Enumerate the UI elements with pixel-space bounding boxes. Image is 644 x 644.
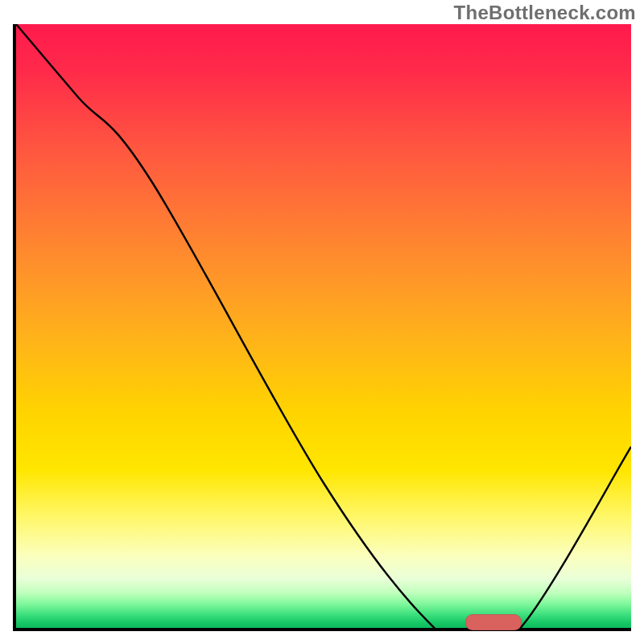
plot-frame [13, 24, 631, 631]
curve-svg [16, 24, 631, 628]
bottleneck-curve [16, 24, 631, 628]
watermark-text: TheBottleneck.com [454, 2, 636, 24]
chart-container: TheBottleneck.com [0, 0, 644, 644]
optimal-range-marker [465, 614, 522, 630]
